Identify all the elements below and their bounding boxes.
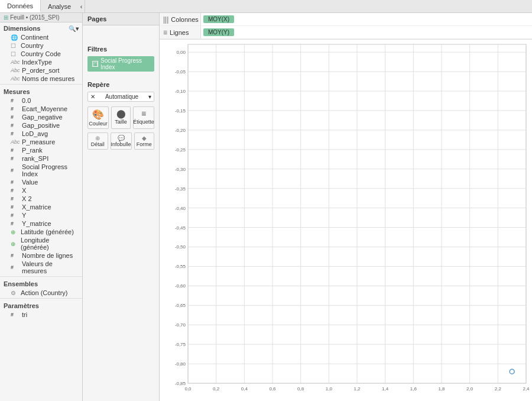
svg-text:-0,55: -0,55	[175, 264, 186, 269]
svg-text:-0,25: -0,25	[175, 147, 186, 153]
mesure-xmatrice[interactable]: # X_matrice	[0, 203, 82, 211]
dim-country[interactable]: ☐ Country	[0, 41, 82, 50]
chart-panel: ||| Colonnes MOY(X) ≡ Lignes MOY(Y) Moy.…	[160, 13, 532, 401]
auto-x-icon: ✕	[90, 93, 95, 100]
dim-indextype[interactable]: Abc IndexType	[0, 58, 82, 66]
svg-text:-0,40: -0,40	[175, 206, 186, 211]
sheet-label: ⊞ Feuill • (2015_SPI)	[0, 13, 82, 22]
svg-text:1,0: 1,0	[326, 386, 333, 392]
mark-buttons-row1: 🎨 Couleur ⬤ Taille ≡ Étiquette	[87, 106, 154, 129]
mesure-0[interactable]: # 0.0	[0, 96, 82, 105]
mark-btn-infobulle[interactable]: 💬 Infobulle	[111, 132, 132, 150]
filtres-header: Filtres	[83, 43, 159, 55]
mesure-lon[interactable]: ⊕ Longitude (générée)	[0, 236, 82, 251]
mesure-pmeasure[interactable]: Abc P_measure	[0, 138, 82, 146]
tab-analyse[interactable]: Analyse	[41, 0, 78, 12]
filter-chip-spi[interactable]: ☐ Social Progress Index	[87, 56, 154, 72]
mark-btn-couleur[interactable]: 🎨 Couleur	[87, 106, 109, 129]
filter-check-icon: ☐	[92, 61, 98, 67]
mesure-lat[interactable]: ⊕ Latitude (générée)	[0, 228, 82, 236]
lat-icon: ⊕	[11, 229, 15, 235]
svg-text:-0,85: -0,85	[175, 381, 186, 386]
dim-porder[interactable]: Abc P_order_sort	[0, 66, 82, 75]
svg-text:-0,35: -0,35	[175, 186, 186, 192]
svg-text:0,4: 0,4	[241, 386, 248, 392]
svg-text:1,2: 1,2	[353, 386, 361, 392]
svg-text:-0,70: -0,70	[175, 322, 186, 328]
dimensions-header: Dimensions 🔍▾	[0, 22, 82, 33]
mesure-spi[interactable]: # Social Progress Index	[0, 163, 82, 178]
dim-search-icon[interactable]: 🔍▾	[69, 25, 79, 32]
svg-text:1,6: 1,6	[410, 386, 417, 392]
svg-text:-0,45: -0,45	[175, 225, 186, 231]
lon-icon: ⊕	[11, 241, 15, 247]
mesure-x2[interactable]: # X 2	[0, 195, 82, 203]
mesure-gap-neg[interactable]: # Gap_negative	[0, 113, 82, 121]
detail-icon: ⊕	[95, 135, 100, 141]
mesure-ecart[interactable]: # Ecart_Moyenne	[0, 105, 82, 113]
ensemble-action-country[interactable]: ⚙ Action (Country)	[0, 289, 82, 297]
svg-text:-0,30: -0,30	[175, 167, 186, 172]
mesure-rankspi[interactable]: # rank_SPI	[0, 154, 82, 163]
pages-header: Pages	[83, 13, 159, 25]
forme-icon: ◆	[142, 135, 147, 141]
svg-text:0,00: 0,00	[176, 50, 186, 55]
dim-noms[interactable]: Abc Noms de mesures	[0, 75, 82, 83]
mesure-nblignes[interactable]: # Nombre de lignes	[0, 251, 82, 260]
mesure-y[interactable]: # Y	[0, 211, 82, 219]
mesure-prank[interactable]: # P_rank	[0, 146, 82, 154]
mesure-value[interactable]: # Value	[0, 178, 82, 186]
mesure-x[interactable]: # X	[0, 186, 82, 195]
row-shelf-pill[interactable]: MOY(Y)	[203, 28, 234, 36]
svg-text:0,2: 0,2	[213, 386, 220, 392]
svg-rect-0	[160, 40, 532, 401]
mark-btn-etiquette[interactable]: ≡ Étiquette	[133, 106, 154, 129]
parametres-header: Paramètres	[0, 300, 82, 311]
mark-type-selector[interactable]: ✕ Automatique ▾	[87, 92, 154, 102]
dim-country-code[interactable]: ☐ Country Code	[0, 50, 82, 58]
checkbox-icon: ☐	[11, 43, 19, 49]
chevron-down-icon: ▾	[148, 93, 151, 100]
svg-text:1,4: 1,4	[382, 386, 389, 392]
svg-text:1,8: 1,8	[438, 386, 445, 392]
svg-text:2,4: 2,4	[523, 386, 530, 392]
row-shelf-label: ≡ Lignes	[160, 26, 201, 38]
mesures-header: Mesures	[0, 86, 82, 96]
couleur-icon: 🎨	[92, 109, 104, 120]
svg-text:0,0: 0,0	[184, 386, 192, 392]
mesure-valeurs[interactable]: # Valeurs de mesures	[0, 260, 82, 275]
mesure-ymatrice[interactable]: # Y_matrice	[0, 219, 82, 228]
svg-text:0,6: 0,6	[269, 386, 276, 392]
mesure-gap-pos[interactable]: # Gap_positive	[0, 121, 82, 130]
etiquette-icon: ≡	[141, 109, 146, 118]
ensembles-header: Ensembles	[0, 278, 82, 289]
infobulle-icon: 💬	[118, 135, 125, 141]
col-shelf-pill[interactable]: MOY(X)	[203, 15, 234, 23]
row-shelf-row: ≡ Lignes MOY(Y)	[160, 26, 532, 39]
param-tri[interactable]: # tri	[0, 311, 82, 319]
col-shelf-label: ||| Colonnes	[160, 13, 201, 25]
svg-text:-0,20: -0,20	[175, 128, 186, 133]
shelf-area: ||| Colonnes MOY(X) ≡ Lignes MOY(Y)	[160, 13, 532, 40]
marks-panel: Pages Filtres ☐ Social Progress Index Re…	[83, 13, 160, 401]
chart-area: Moy. Y Moy. X 0,00-0,05-0,10-0,15-0,20-0…	[160, 40, 532, 401]
mark-btn-taille[interactable]: ⬤ Taille	[111, 106, 131, 129]
taille-icon: ⬤	[116, 109, 126, 118]
repere-header: Repère	[83, 79, 159, 90]
mark-buttons-row2: ⊕ Détail 💬 Infobulle ◆ Forme	[87, 132, 154, 150]
dim-continent[interactable]: 🌐 Continent	[0, 33, 82, 41]
svg-text:0,8: 0,8	[297, 386, 304, 392]
data-panel: ⊞ Feuill • (2015_SPI) Dimensions 🔍▾ 🌐 Co…	[0, 13, 83, 401]
svg-text:-0,65: -0,65	[175, 303, 186, 308]
svg-text:-0,60: -0,60	[175, 283, 186, 289]
mark-btn-forme[interactable]: ◆ Forme	[134, 132, 155, 150]
svg-text:-0,15: -0,15	[175, 108, 186, 114]
svg-text:-0,75: -0,75	[175, 342, 186, 347]
mesure-lod[interactable]: # LoD_avg	[0, 130, 82, 138]
mark-btn-detail[interactable]: ⊕ Détail	[87, 132, 108, 150]
col-shelf-row: ||| Colonnes MOY(X)	[160, 13, 532, 26]
panel-toggle[interactable]: ‹	[78, 0, 85, 12]
ensemble-icon: ⚙	[11, 290, 19, 296]
svg-text:-0,80: -0,80	[175, 361, 186, 367]
tab-donnees[interactable]: Données	[0, 0, 41, 12]
